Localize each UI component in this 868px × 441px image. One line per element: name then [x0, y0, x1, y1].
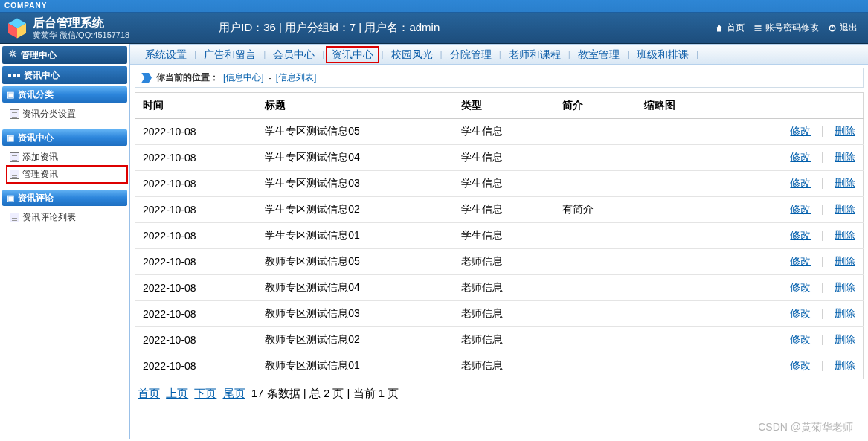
pager-next[interactable]: 下页: [194, 387, 216, 399]
pager-prev[interactable]: 上页: [166, 387, 188, 399]
nav-separator: |: [696, 49, 698, 59]
top-nav-item[interactable]: 老师和课程: [503, 46, 567, 63]
cell-intro: [555, 119, 637, 145]
top-nav-item[interactable]: 教室管理: [572, 46, 626, 63]
list-icon: [753, 23, 763, 33]
cell-type: 老师信息: [454, 275, 555, 301]
sidebar-group-label: 资讯中心: [18, 129, 54, 146]
edit-link[interactable]: 修改: [790, 281, 811, 293]
cell-thumb: [637, 119, 719, 145]
expand-icon: [7, 190, 14, 206]
edit-link[interactable]: 修改: [790, 125, 811, 137]
cell-actions: 修改|删除: [719, 171, 863, 197]
nav-separator: |: [263, 49, 266, 59]
home-button[interactable]: 首页: [711, 20, 748, 36]
cell-actions: 修改|删除: [719, 301, 863, 327]
edit-link[interactable]: 修改: [790, 177, 811, 189]
cell-date: 2022-10-08: [135, 249, 258, 275]
cell-date: 2022-10-08: [135, 301, 258, 327]
top-nav-item[interactable]: 校园风光: [385, 46, 439, 63]
cell-intro: [555, 171, 637, 197]
top-nav-item[interactable]: 资讯中心: [326, 46, 379, 63]
sidebar-group-header[interactable]: 资讯分类: [2, 86, 127, 103]
delete-link[interactable]: 删除: [835, 177, 855, 189]
breadcrumb: 你当前的位置： [信息中心] - [信息列表]: [135, 68, 864, 88]
edit-link[interactable]: 修改: [790, 151, 811, 163]
watermark: CSDN @黄菊华老师: [758, 421, 853, 434]
cell-thumb: [637, 301, 719, 327]
cell-intro: [555, 145, 637, 171]
sidebar-item[interactable]: 管理资讯: [7, 166, 127, 183]
sidebar-group-header[interactable]: 资讯中心: [2, 129, 127, 146]
delete-link[interactable]: 删除: [835, 255, 855, 267]
cell-thumb: [637, 171, 719, 197]
breadcrumb-sep: -: [269, 73, 271, 83]
delete-link[interactable]: 删除: [835, 333, 855, 345]
cell-intro: [555, 275, 637, 301]
table-row: 2022-10-08教师专区测试信息04老师信息修改|删除: [135, 275, 864, 301]
app-subtitle: 黄菊华 微信/QQ:45157718: [33, 30, 129, 40]
gear-icon: [8, 46, 17, 64]
sidebar-group-label: 资讯分类: [18, 86, 54, 103]
top-nav-item[interactable]: 分院管理: [444, 46, 498, 63]
sidebar-item[interactable]: 添加资讯: [7, 149, 127, 166]
cell-type: 学生信息: [454, 197, 555, 223]
sidebar-item-label: 管理资讯: [22, 168, 58, 181]
account-edit-button[interactable]: 账号密码修改: [750, 20, 822, 36]
cell-thumb: [637, 353, 719, 379]
app-title-block: 后台管理系统 黄菊华 微信/QQ:45157718: [33, 16, 129, 40]
cell-date: 2022-10-08: [135, 353, 258, 379]
delete-link[interactable]: 删除: [835, 307, 855, 319]
nav-separator: |: [499, 49, 501, 59]
breadcrumb-page[interactable]: [信息列表]: [276, 71, 317, 84]
cell-type: 老师信息: [454, 301, 555, 327]
edit-link[interactable]: 修改: [790, 255, 811, 267]
sidebar-group-header[interactable]: 资讯评论: [2, 190, 127, 206]
pager-first[interactable]: 首页: [138, 387, 160, 399]
edit-link[interactable]: 修改: [790, 203, 811, 215]
svg-rect-7: [832, 24, 833, 28]
top-nav-item[interactable]: 系统设置: [139, 46, 193, 63]
top-nav-item[interactable]: 班级和排课: [631, 46, 695, 63]
cell-actions: 修改|删除: [719, 353, 863, 379]
sidebar-item[interactable]: 资讯分类设置: [7, 106, 127, 123]
edit-link[interactable]: 修改: [790, 359, 811, 371]
cell-date: 2022-10-08: [135, 223, 258, 249]
delete-link[interactable]: 删除: [835, 281, 855, 293]
delete-link[interactable]: 删除: [835, 151, 855, 163]
home-icon: [714, 23, 724, 33]
sidebar-item[interactable]: 资讯评论列表: [7, 209, 127, 226]
table-row: 2022-10-08教师专区测试信息01老师信息修改|删除: [135, 353, 864, 379]
action-separator: |: [821, 125, 824, 137]
top-nav-item[interactable]: 会员中心: [267, 46, 321, 63]
action-separator: |: [821, 229, 824, 241]
delete-link[interactable]: 删除: [835, 359, 855, 371]
company-strip: COMPANY: [0, 0, 868, 13]
breadcrumb-section[interactable]: [信息中心]: [223, 71, 264, 84]
cell-intro: [555, 249, 637, 275]
nav-separator: |: [568, 49, 570, 59]
nav-separator: |: [440, 49, 443, 59]
cell-type: 老师信息: [454, 249, 555, 275]
sidebar-title: 管理中心: [2, 46, 127, 64]
edit-link[interactable]: 修改: [790, 229, 811, 241]
cell-title: 教师专区测试信息04: [257, 275, 454, 301]
svg-point-8: [11, 52, 15, 56]
delete-link[interactable]: 删除: [835, 203, 855, 215]
top-nav-item[interactable]: 广告和留言: [198, 46, 262, 63]
doc-icon: [10, 213, 19, 222]
cell-title: 教师专区测试信息05: [257, 249, 454, 275]
cell-title: 学生专区测试信息02: [257, 197, 454, 223]
action-separator: |: [821, 255, 824, 267]
table-row: 2022-10-08学生专区测试信息05学生信息修改|删除: [135, 119, 864, 145]
edit-link[interactable]: 修改: [790, 307, 811, 319]
pager-last[interactable]: 尾页: [223, 387, 245, 399]
logout-button[interactable]: 退出: [824, 20, 861, 36]
edit-link[interactable]: 修改: [790, 333, 811, 345]
column-header: 缩略图: [637, 93, 719, 119]
delete-link[interactable]: 删除: [835, 125, 855, 137]
table-row: 2022-10-08学生专区测试信息01学生信息修改|删除: [135, 223, 864, 249]
cell-type: 老师信息: [454, 353, 555, 379]
delete-link[interactable]: 删除: [835, 229, 855, 241]
home-label: 首页: [727, 22, 745, 34]
